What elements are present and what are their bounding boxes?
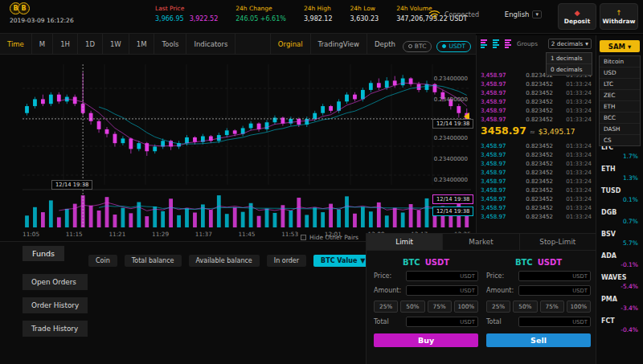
percent-button-75[interactable]: 75% — [428, 301, 452, 313]
order-book-row[interactable]: 3,458.970.82345201:33:24 — [477, 177, 596, 186]
market-option-zec[interactable]: ZEC — [600, 90, 640, 101]
orderbook-view-sells-icon[interactable] — [505, 39, 514, 48]
order-book-row[interactable]: 3,458.970.82345201:33:24 — [477, 80, 596, 88]
toolbar-indicators[interactable]: Indicators — [186, 34, 235, 54]
market-option-bcc[interactable]: BCC — [600, 112, 640, 124]
coin-row-fct[interactable]: FCT-0.4% — [596, 315, 643, 337]
crosshair-price-tag: 12/14 19:38 — [432, 119, 473, 129]
funds-tab-order-history[interactable]: Order History — [23, 297, 88, 313]
amount-input[interactable]: USDT — [406, 285, 478, 296]
order-book: Groups 2 decimals ▾ 1 decimals0 decimals… — [476, 35, 596, 233]
funds-column-in-order[interactable]: In order — [267, 255, 306, 267]
market-selector[interactable]: SAM ▾ — [600, 40, 640, 52]
coin-row-waves[interactable]: WAVES-5.4% — [596, 272, 643, 293]
toolbar-1w[interactable]: 1W — [103, 34, 129, 54]
buy-button[interactable]: Buy — [374, 333, 478, 347]
price-input[interactable]: USDT — [518, 271, 591, 281]
price-input[interactable]: USDT — [406, 271, 478, 281]
toolbar-tradingview[interactable]: TradingView — [310, 34, 367, 54]
coin-change: -0.1% — [601, 261, 638, 268]
market-option-cs[interactable]: CS — [600, 135, 640, 145]
time-cell: 01:33:24 — [553, 107, 592, 114]
order-book-row[interactable]: 3,458.970.82345201:33:24 — [477, 168, 596, 177]
chevron-down-icon: ▼ — [360, 257, 365, 264]
coin-row-pma[interactable]: PMA-3.4% — [596, 293, 643, 315]
candlestick-chart[interactable] — [23, 64, 471, 229]
candlestick-chart-area[interactable]: 0.234000000.234000000.234000000.23400000… — [0, 55, 476, 241]
market-option-ltc[interactable]: LTC — [600, 79, 640, 90]
funds-tab-open-orders[interactable]: Open Orders — [23, 274, 88, 290]
pair-toggle-btc[interactable]: BTC — [403, 41, 432, 52]
coin-row-dgb[interactable]: DGB0.7% — [596, 207, 643, 228]
funds-columns: CoinTotal balanceAvailable balanceIn ord… — [88, 255, 372, 267]
trade-tab-stop-limit[interactable]: Stop-Limit — [520, 234, 596, 250]
toolbar-time[interactable]: Time — [0, 34, 32, 54]
order-book-row[interactable]: 3,458.970.82345201:33:24 — [477, 88, 596, 97]
percent-button-50[interactable]: 50% — [513, 301, 537, 313]
toolbar-depth[interactable]: Depth — [367, 34, 403, 54]
time-tick: 11:53 — [281, 231, 298, 238]
groups-option[interactable]: 1 decimals — [547, 53, 592, 63]
order-book-row[interactable]: 3,458.970.82345201:33:24 — [477, 106, 596, 115]
funds-column-available-balance[interactable]: Available balance — [189, 255, 260, 267]
orderbook-view-buys-icon[interactable] — [493, 39, 502, 48]
toolbar-orginal[interactable]: Orginal — [270, 34, 310, 54]
percent-button-50[interactable]: 50% — [400, 301, 424, 313]
coin-row-tusd[interactable]: TUSD0.1% — [596, 185, 643, 207]
amount-input[interactable]: USDT — [518, 285, 591, 296]
withdraw-icon: ↑ — [616, 9, 622, 17]
funds-tab[interactable]: Funds — [23, 246, 64, 261]
order-book-row[interactable]: 3,458.970.82345201:33:24 — [477, 194, 596, 203]
percent-button-75[interactable]: 75% — [540, 301, 564, 313]
percent-button-100[interactable]: 100% — [567, 301, 591, 313]
toolbar-1m[interactable]: 1M — [129, 34, 155, 54]
order-book-row[interactable]: 3,458.970.82345201:33:24 — [477, 159, 596, 168]
percent-button-25[interactable]: 25% — [486, 301, 510, 313]
btc-value-select[interactable]: BTC Value▼ — [313, 255, 372, 267]
trade-tab-limit[interactable]: Limit — [367, 234, 443, 250]
total-input[interactable]: USDT — [518, 317, 591, 327]
orderbook-view-both-icon[interactable] — [481, 39, 489, 48]
percent-button-25[interactable]: 25% — [374, 301, 398, 313]
language-selector[interactable]: English ▾ — [505, 10, 542, 18]
trade-tab-market[interactable]: Market — [443, 234, 519, 250]
sell-button[interactable]: Sell — [486, 333, 591, 347]
coin-change: -3.4% — [601, 305, 638, 312]
toolbar-tools[interactable]: Tools — [154, 34, 186, 54]
amount-cell: 0.823452 — [514, 80, 553, 88]
market-option-eth[interactable]: ETH — [600, 101, 640, 112]
order-book-row[interactable]: 3,458.970.82345201:33:24 — [477, 97, 596, 106]
coin-row-eth[interactable]: ETH1.3% — [596, 163, 643, 185]
groups-option[interactable]: 0 decimals — [547, 63, 592, 75]
market-option-usd[interactable]: USD — [600, 67, 640, 79]
withdraw-button[interactable]: ↑ Withdraw — [600, 3, 638, 30]
order-book-row[interactable]: 3,458.970.82345201:33:24 — [477, 186, 596, 194]
funds-column-total-balance[interactable]: Total balance — [125, 255, 182, 267]
market-option-bitcoin[interactable]: Bitcoin — [600, 56, 640, 67]
total-input[interactable]: USDT — [406, 317, 478, 327]
percent-button-100[interactable]: 100% — [454, 301, 478, 313]
hide-other-pairs-label: Hide Other Pairs — [309, 234, 358, 241]
hide-other-pairs-checkbox[interactable]: Hide Other Pairs — [301, 234, 358, 241]
order-book-row[interactable]: 3,458.970.82345201:33:24 — [477, 150, 596, 159]
groups-select[interactable]: 2 decimals ▾ — [548, 39, 592, 49]
toolbar-m[interactable]: M — [32, 34, 53, 54]
coin-name: ADA — [601, 252, 638, 260]
order-book-row[interactable]: 3,458.970.82345201:33:24 — [477, 115, 596, 124]
pair-toggle-usdt[interactable]: USDT — [436, 41, 471, 52]
deposit-button[interactable]: ◆ Deposit — [558, 3, 596, 30]
coin-row-ada[interactable]: ADA-0.1% — [596, 250, 643, 272]
order-book-row[interactable]: 3,458.970.82345201:33:24 — [477, 141, 596, 150]
coin-row-bsv[interactable]: BSV5.7% — [596, 228, 643, 250]
order-book-row[interactable]: 3,458.970.82345201:33:24 — [477, 203, 596, 212]
toolbar-1d[interactable]: 1D — [78, 34, 103, 54]
funds-tab-trade-history[interactable]: Trade History — [23, 321, 88, 337]
unit-label: USDT — [460, 273, 475, 280]
toolbar-1h[interactable]: 1H — [53, 34, 78, 54]
funds-column-coin[interactable]: Coin — [88, 255, 117, 267]
market-selector-label: SAM — [608, 43, 625, 51]
coin-name: TUSD — [601, 187, 638, 194]
market-option-dash[interactable]: DASH — [600, 124, 640, 135]
order-book-row[interactable]: 3,458.970.82345201:33:24 — [477, 212, 596, 221]
time-cell: 01:33:24 — [553, 178, 592, 185]
